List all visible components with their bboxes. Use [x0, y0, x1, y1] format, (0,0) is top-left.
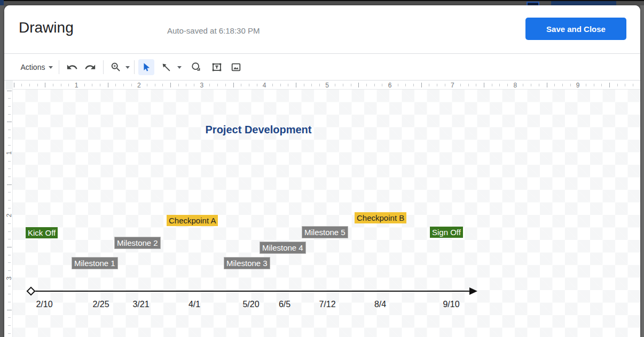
timeline-date[interactable]: 7/12: [319, 300, 335, 309]
ruler-tick: [311, 84, 312, 86]
ruler-tick: [366, 84, 367, 86]
timeline-date[interactable]: 5/20: [242, 300, 259, 309]
ruler-tick: [570, 84, 571, 86]
ruler-tick: [92, 84, 92, 86]
drawing-title-text[interactable]: Project Development: [197, 124, 320, 136]
timeline-label[interactable]: Milestone 2: [115, 237, 160, 248]
ruler-tick: [8, 145, 11, 146]
ruler-tick: [288, 84, 288, 86]
ruler-number: 6: [388, 82, 392, 89]
ruler-number: 7: [451, 82, 454, 89]
timeline-label[interactable]: Checkpoint B: [355, 212, 406, 223]
ruler-tick: [115, 84, 116, 86]
timeline-date[interactable]: 4/1: [189, 300, 200, 309]
line-tool-button[interactable]: [158, 59, 174, 75]
ruler-tick: [8, 98, 11, 99]
ruler-tick: [8, 262, 11, 263]
timeline-date[interactable]: 3/21: [132, 300, 149, 309]
image-icon: [230, 61, 242, 73]
chevron-down-icon: [177, 66, 182, 69]
ruler-tick: [468, 84, 469, 86]
zoom-dropdown-button[interactable]: [124, 59, 131, 75]
line-dropdown-button[interactable]: [176, 59, 183, 75]
ruler-tick: [421, 83, 422, 87]
timeline-label[interactable]: Milestone 1: [72, 258, 117, 269]
ruler-tick: [14, 83, 14, 87]
timeline-label[interactable]: Kick Off: [26, 227, 58, 238]
autosave-status: Auto-saved at 6:18:30 PM: [167, 26, 260, 35]
timeline-line[interactable]: [32, 291, 469, 292]
ruler-tick: [413, 84, 414, 86]
ruler-tick: [460, 84, 461, 86]
ruler-tick: [8, 200, 11, 200]
timeline-label[interactable]: Milestone 3: [224, 258, 270, 269]
ruler-tick: [233, 83, 234, 87]
actions-menu-button[interactable]: Actions: [16, 59, 58, 75]
save-and-close-button[interactable]: Save and Close: [525, 18, 626, 40]
timeline-label[interactable]: Sign Off: [430, 227, 463, 238]
ruler-tick: [8, 114, 11, 115]
ruler-tick: [249, 84, 249, 86]
ruler-tick: [7, 122, 12, 122]
toolbar: Actions: [4, 54, 640, 81]
ruler-tick: [131, 84, 132, 86]
ruler-number: 4: [263, 82, 266, 89]
line-arrow-icon: [160, 61, 172, 73]
ruler-tick: [8, 239, 11, 239]
chevron-down-icon: [125, 66, 130, 69]
ruler-number: 1: [75, 82, 78, 89]
ruler-tick: [84, 84, 85, 86]
ruler-tick: [445, 84, 445, 86]
ruler-tick: [484, 83, 484, 87]
ruler-tick: [554, 84, 555, 86]
ruler-tick: [492, 84, 492, 86]
timeline-date[interactable]: 8/4: [374, 300, 386, 309]
ruler-tick: [8, 161, 11, 162]
ruler-tick: [8, 231, 11, 232]
ruler-tick: [68, 84, 69, 86]
ruler-tick: [539, 84, 539, 86]
ruler-tick: [241, 84, 241, 86]
text-box-tool-button[interactable]: [209, 59, 225, 75]
image-tool-button[interactable]: [228, 59, 244, 75]
drawing-canvas[interactable]: Project Development Kick OffMilestone 1M…: [13, 90, 640, 337]
vertical-ruler: 123: [5, 90, 13, 337]
timeline-date[interactable]: 2/25: [92, 300, 109, 309]
timeline-date[interactable]: 2/10: [36, 300, 52, 309]
ruler-tick: [319, 84, 320, 86]
ruler-tick: [8, 270, 11, 271]
ruler-tick: [61, 84, 61, 86]
ruler-tick: [398, 84, 398, 86]
shape-tool-button[interactable]: [189, 59, 205, 75]
ruler-tick: [8, 208, 11, 208]
ruler-tick: [53, 84, 53, 86]
zoom-button[interactable]: [108, 59, 124, 75]
ruler-tick: [147, 84, 147, 86]
select-tool-button[interactable]: [138, 59, 154, 75]
ruler-tick: [405, 84, 406, 86]
ruler-tick: [8, 168, 11, 169]
timeline-date[interactable]: 9/10: [443, 300, 459, 309]
ruler-tick: [7, 310, 12, 310]
dialog-header: Drawing Auto-saved at 6:18:30 PM Save an…: [4, 5, 640, 54]
ruler-corner: [5, 81, 13, 90]
undo-button[interactable]: [64, 59, 80, 75]
ruler-tick: [186, 84, 186, 86]
timeline-date[interactable]: 6/5: [279, 300, 290, 309]
ruler-tick: [155, 84, 155, 86]
ruler-tick: [257, 84, 257, 86]
redo-button[interactable]: [82, 59, 98, 75]
ruler-tick: [8, 192, 11, 192]
ruler-tick: [123, 84, 124, 86]
ruler-tick: [617, 84, 618, 86]
ruler-tick: [21, 84, 22, 86]
ruler-number: 5: [325, 82, 329, 89]
timeline-label[interactable]: Checkpoint A: [167, 215, 218, 226]
timeline-label[interactable]: Milestone 4: [260, 242, 305, 253]
text-box-icon: [211, 61, 223, 73]
timeline-label[interactable]: Milestone 5: [302, 227, 348, 238]
ruler-tick: [8, 138, 11, 138]
ruler-tick: [351, 84, 351, 86]
ruler-tick: [429, 84, 429, 86]
ruler-number: 8: [513, 82, 517, 89]
